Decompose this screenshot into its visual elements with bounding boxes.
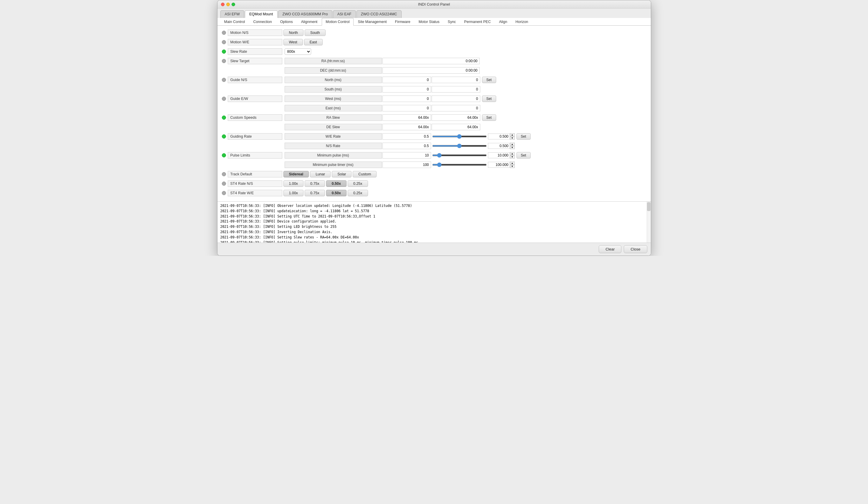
track-sidereal-button[interactable]: Sidereal [283,171,309,177]
guide-west-val2[interactable] [432,95,480,102]
custom-speeds-section: Custom Speeds RA Slew Set DE Slew [222,113,647,131]
track-lunar-button[interactable]: Lunar [310,171,331,177]
custom-ra-val2[interactable] [432,114,480,121]
close-traffic-light[interactable] [221,3,225,6]
min-timer-spin-up[interactable]: ▲ [510,162,515,165]
pulse-timer-row: Minimum pulse timer (ms) ▲ ▼ [282,161,647,169]
st4-ns-rate2[interactable]: 0.75x [304,181,325,187]
bottom-bar: Clear Close [217,243,651,256]
st4-ns-rate4[interactable]: 0.25x [348,181,368,187]
tab-asi-eaf[interactable]: ASI EAF [333,10,356,18]
track-custom-button[interactable]: Custom [353,171,376,177]
guide-north-val2[interactable] [432,76,480,83]
pulse-limits-set-button[interactable]: Set [517,152,531,158]
guide-ns-set-button[interactable]: Set [482,76,496,83]
guide-ew-section: Guide E/W West (ms) Set East (ms) [222,95,647,112]
south-button[interactable]: South [304,30,326,36]
custom-de-val2[interactable] [432,124,480,130]
custom-de-val1[interactable] [382,124,431,130]
min-timer-spin-down[interactable]: ▼ [510,165,515,168]
guide-ns-section: Guide N/S North (ms) Set South (ms) [222,76,647,93]
ctrl-tab-sync[interactable]: Sync [444,18,460,25]
min-timer-spinner-input[interactable] [488,162,510,168]
ctrl-tab-align[interactable]: Align [495,18,511,25]
traffic-lights [221,3,235,6]
west-button[interactable]: West [283,39,303,45]
close-button[interactable]: Close [624,245,647,253]
device-tabs: ASI EFW EQMod Mount ZWO CCD ASI1600MM Pr… [217,9,651,18]
min-pulse-slider[interactable] [432,154,487,156]
min-pulse-spin-up[interactable]: ▲ [510,152,515,155]
ns-rate-spinner-input[interactable] [488,143,510,149]
guide-east-val2[interactable] [432,105,480,111]
st4-we-rate2[interactable]: 0.75x [304,190,325,196]
st4-we-rate1[interactable]: 1.00x [283,190,304,196]
ns-rate-spin-down[interactable]: ▼ [510,146,515,149]
ctrl-tab-horizon[interactable]: Horizon [512,18,532,25]
we-rate-spinner-input[interactable] [488,134,510,140]
guide-east-label: East (ms) [285,105,382,111]
ns-rate-slider-wrap [432,145,487,147]
tab-asi-efw[interactable]: ASI EFW [220,10,244,18]
guide-south-val1[interactable] [382,86,431,93]
ctrl-tab-options[interactable]: Options [276,18,297,25]
tab-zwo-ccd1600[interactable]: ZWO CCD ASI1600MM Pro [278,10,332,18]
we-rate-slider[interactable] [432,136,487,137]
guide-ns-label: Guide N/S [228,76,282,83]
ctrl-tab-motion[interactable]: Motion Control [322,18,353,25]
log-content[interactable]: 2021-09-07T10:56:33: [INFO] Observer loc… [217,202,647,243]
track-solar-button[interactable]: Solar [332,171,351,177]
we-rate-label: W/E Rate [285,133,382,140]
ctrl-tab-motor[interactable]: Motor Status [415,18,443,25]
we-rate-val[interactable] [382,133,431,140]
slew-rate-select[interactable]: 1x2x4x8x 16x32x64x128x 400x800xMax [285,48,311,55]
north-button[interactable]: North [283,30,304,36]
guide-ew-set-button[interactable]: Set [482,95,496,102]
guide-north-val1[interactable] [382,76,431,83]
ctrl-tab-alignment[interactable]: Alignment [297,18,321,25]
min-pulse-val[interactable] [382,152,431,158]
ctrl-tab-connection[interactable]: Connection [249,18,276,25]
min-pulse-spinner-input[interactable] [488,152,510,158]
ctrl-tab-pec[interactable]: Permanent PEC [460,18,494,25]
log-scrollbar[interactable] [647,202,651,243]
dec-value-input[interactable] [382,67,480,74]
tab-eqmod[interactable]: EQMod Mount [245,10,278,18]
ctrl-tab-firmware[interactable]: Firmware [391,18,414,25]
clear-button[interactable]: Clear [599,245,621,253]
ctrl-tab-main[interactable]: Main Control [220,18,249,25]
log-line: 2021-09-07T10:56:33: [INFO] Device confi… [220,219,644,224]
min-pulse-spin-down[interactable]: ▼ [510,155,515,158]
st4-ns-rate1[interactable]: 1.00x [283,181,304,187]
st4-we-rate4[interactable]: 0.25x [348,190,368,196]
guide-south-val2[interactable] [432,86,480,93]
tab-zwo-ccd224[interactable]: ZWO CCD ASI224MC [356,10,402,18]
motion-we-row: Motion W/E West East [222,38,647,46]
maximize-traffic-light[interactable] [231,3,235,6]
ctrl-tab-site[interactable]: Site Management [354,18,391,25]
ns-rate-slider[interactable] [432,145,487,147]
we-rate-spin-down[interactable]: ▼ [510,136,515,140]
st4-we-row: ST4 Rate W/E 1.00x 0.75x 0.50x 0.25x [222,189,647,197]
we-rate-spin-up[interactable]: ▲ [510,133,515,136]
guide-east-val1[interactable] [382,105,431,111]
min-timer-slider-wrap [432,164,487,166]
guide-ew-west-row: Guide E/W West (ms) Set [222,95,647,103]
minimize-traffic-light[interactable] [226,3,230,6]
min-timer-val[interactable] [382,162,431,168]
custom-de-label: DE Slew [285,124,382,130]
st4-ns-rate3[interactable]: 0.50x [326,181,347,187]
guide-west-val1[interactable] [382,95,431,102]
guiding-rate-set-button[interactable]: Set [517,133,531,140]
ns-rate-spin-up[interactable]: ▲ [510,143,515,146]
custom-ra-val1[interactable] [382,114,431,121]
custom-speeds-set-button[interactable]: Set [482,114,496,121]
min-timer-slider[interactable] [432,164,487,166]
st4-we-rate3[interactable]: 0.50x [326,190,347,196]
pulse-limits-indicator [222,153,226,157]
slew-rate-row: Slew Rate 1x2x4x8x 16x32x64x128x 400x800… [222,48,647,56]
east-button[interactable]: East [304,39,323,45]
custom-speeds-ra-row: Custom Speeds RA Slew Set [222,113,647,122]
ns-rate-val[interactable] [382,143,431,149]
ra-value-input[interactable] [382,58,480,64]
